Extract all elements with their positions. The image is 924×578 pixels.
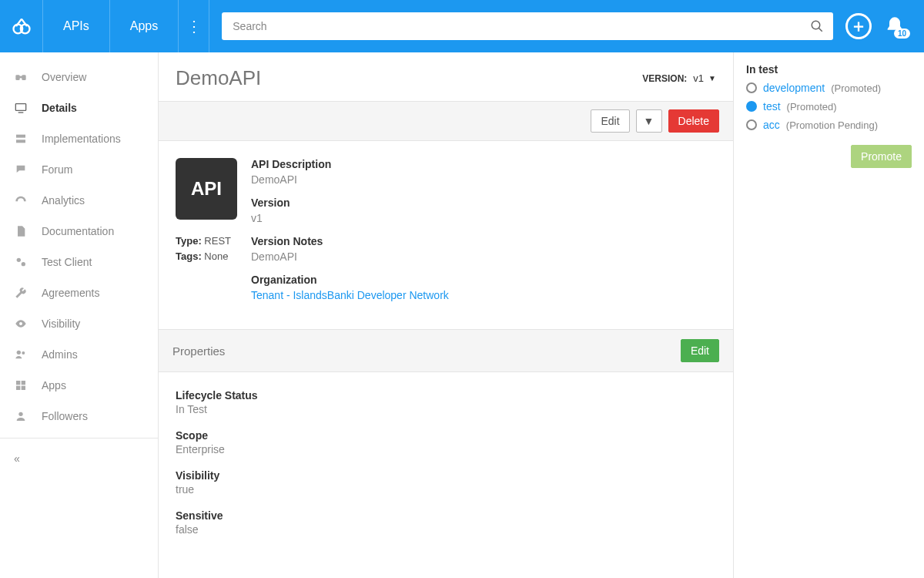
- svg-point-19: [18, 412, 22, 416]
- properties-title: Properties: [172, 344, 681, 358]
- svg-rect-10: [16, 139, 25, 143]
- sidebar-item-analytics[interactable]: Analytics: [0, 185, 158, 216]
- properties-body: Lifecycle Status In Test Scope Enterpris…: [159, 372, 733, 566]
- plus-icon: ＋: [850, 15, 867, 38]
- sidebar-item-label: Apps: [42, 379, 66, 391]
- sidebar-item-label: Forum: [42, 163, 72, 176]
- sidebar-item-overview[interactable]: Overview: [0, 62, 158, 92]
- logo[interactable]: [0, 0, 43, 52]
- env-item-acc[interactable]: acc (Promotion Pending): [746, 119, 912, 131]
- tags-value: None: [204, 250, 228, 262]
- radio-filled-icon: [746, 101, 757, 112]
- env-status: (Promoted): [787, 101, 837, 113]
- api-icon: API: [176, 158, 237, 220]
- nav-more-button[interactable]: ⋮: [179, 0, 209, 52]
- sidebar-item-details[interactable]: Details: [0, 92, 158, 123]
- sidebar-item-documentation[interactable]: Documentation: [0, 216, 158, 247]
- property-row: Lifecycle Status In Test: [176, 389, 716, 415]
- property-value: true: [176, 483, 716, 496]
- nav-apps[interactable]: Apps: [110, 0, 179, 52]
- api-badge-column: API Type: REST Tags: None: [176, 158, 237, 312]
- monitor-icon: [14, 102, 28, 114]
- svg-rect-5: [22, 75, 25, 80]
- triangle-down-icon: ▼: [644, 115, 654, 127]
- notifications-button[interactable]: 10: [884, 15, 906, 37]
- topbar-right: ＋ 10: [845, 13, 924, 39]
- search-container: [209, 12, 845, 40]
- env-name: test: [763, 100, 781, 113]
- svg-point-12: [22, 262, 25, 266]
- api-description-label: API Description: [251, 158, 716, 170]
- sidebar-item-apps[interactable]: Apps: [0, 370, 158, 401]
- nav-apis[interactable]: APIs: [43, 0, 110, 52]
- cogs-icon: [14, 256, 28, 268]
- sidebar-item-label: Admins: [42, 348, 78, 361]
- sidebar-item-label: Visibility: [42, 318, 80, 330]
- users-icon: [14, 348, 28, 361]
- sidebar-divider: [0, 438, 158, 439]
- sidebar-item-test-client[interactable]: Test Client: [0, 247, 158, 277]
- sidebar-item-visibility[interactable]: Visibility: [0, 308, 158, 339]
- sidebar-item-forum[interactable]: Forum: [0, 154, 158, 185]
- property-row: Scope Enterprise: [176, 429, 716, 455]
- sidebar-item-followers[interactable]: Followers: [0, 401, 158, 432]
- sidebar-item-label: Agreements: [42, 287, 99, 299]
- promote-button[interactable]: Promote: [851, 145, 912, 168]
- notification-count-badge: 10: [894, 29, 910, 39]
- page-title: DemoAPI: [176, 66, 642, 90]
- property-label: Scope: [176, 429, 716, 442]
- user-icon: [14, 410, 28, 422]
- eye-icon: [14, 318, 28, 330]
- sidebar-item-implementations[interactable]: Implementations: [0, 123, 158, 154]
- search-icon[interactable]: [810, 19, 824, 33]
- svg-rect-4: [15, 75, 19, 80]
- more-vertical-icon: ⋮: [186, 17, 202, 35]
- version-field-label: Version: [251, 197, 716, 209]
- property-label: Sensitive: [176, 509, 716, 522]
- env-status: (Promotion Pending): [786, 119, 878, 131]
- sidebar-item-admins[interactable]: Admins: [0, 339, 158, 370]
- delete-button[interactable]: Delete: [668, 109, 719, 133]
- env-item-development[interactable]: development (Promoted): [746, 82, 912, 94]
- sidebar-item-label: Documentation: [42, 225, 114, 237]
- svg-point-2: [812, 21, 820, 29]
- body-layout: Overview Details Implementations Forum A…: [0, 52, 924, 578]
- search-input[interactable]: [222, 12, 833, 40]
- svg-point-11: [17, 258, 21, 262]
- edit-dropdown-button[interactable]: ▼: [636, 109, 662, 133]
- server-icon: [14, 133, 28, 145]
- collapse-sidebar-button[interactable]: «: [0, 445, 158, 472]
- api-meta: Type: REST Tags: None: [176, 234, 237, 264]
- tags-label: Tags:: [176, 250, 202, 262]
- edit-button[interactable]: Edit: [591, 109, 629, 133]
- add-button[interactable]: ＋: [845, 13, 872, 39]
- api-description-value: DemoAPI: [251, 173, 716, 186]
- sidebar-item-agreements[interactable]: Agreements: [0, 277, 158, 308]
- sidebar-item-label: Test Client: [42, 256, 92, 268]
- sidebar-item-label: Analytics: [42, 194, 85, 207]
- svg-line-3: [819, 28, 822, 32]
- version-notes-value: DemoAPI: [251, 250, 716, 263]
- env-name: acc: [763, 119, 780, 131]
- env-name: development: [763, 82, 825, 94]
- env-item-test[interactable]: test (Promoted): [746, 100, 912, 113]
- svg-rect-17: [16, 386, 20, 390]
- svg-rect-6: [19, 76, 22, 79]
- sidebar-item-label: Details: [42, 102, 77, 114]
- env-status: (Promoted): [831, 82, 881, 94]
- description-fields: API Description DemoAPI Version v1 Versi…: [251, 158, 716, 312]
- svg-rect-9: [16, 135, 25, 138]
- property-row: Sensitive false: [176, 509, 716, 536]
- svg-point-13: [17, 351, 21, 355]
- property-value: false: [176, 523, 716, 536]
- organization-link[interactable]: Tenant - IslandsBanki Developer Network: [251, 289, 716, 301]
- description-card: API Type: REST Tags: None API Descriptio…: [159, 141, 733, 330]
- caret-down-icon[interactable]: ▼: [708, 74, 716, 82]
- svg-rect-18: [22, 386, 25, 390]
- right-panel: In test development (Promoted) test (Pro…: [733, 52, 924, 578]
- svg-point-14: [22, 351, 25, 355]
- property-label: Lifecycle Status: [176, 389, 716, 402]
- version-value[interactable]: v1: [693, 72, 704, 84]
- properties-edit-button[interactable]: Edit: [681, 339, 719, 362]
- property-label: Visibility: [176, 469, 716, 482]
